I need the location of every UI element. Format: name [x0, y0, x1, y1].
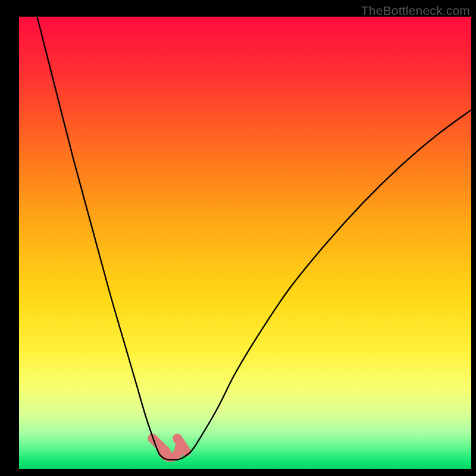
- plot-area: [19, 17, 471, 461]
- watermark-text: TheBottleneck.com: [361, 4, 470, 18]
- curve-layer: [19, 17, 471, 461]
- stage: TheBottleneck.com: [0, 0, 476, 476]
- bottleneck-curve: [37, 17, 471, 460]
- trough-markers: [152, 439, 186, 458]
